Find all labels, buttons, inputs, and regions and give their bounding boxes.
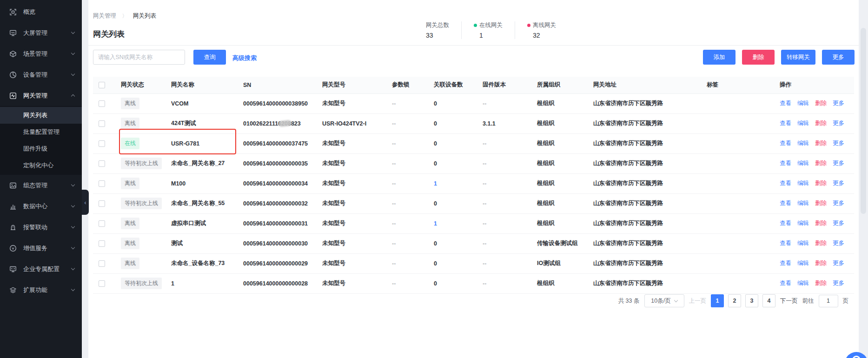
advanced-search-link[interactable]: 高级搜索 [232, 54, 257, 62]
sidebar-item-scene[interactable]: 场景管理 [0, 43, 82, 64]
delete-link[interactable]: 删除 [815, 240, 827, 246]
sidebar-subitem-firmware-upgrade[interactable]: 固件升级 [0, 140, 82, 157]
delete-link[interactable]: 删除 [815, 220, 827, 226]
view-link[interactable]: 查看 [780, 140, 791, 146]
delete-link[interactable]: 删除 [815, 120, 827, 126]
more-link[interactable]: 更多 [833, 260, 844, 266]
sidebar-item-screen[interactable]: 大屏管理 [0, 22, 82, 43]
more-link[interactable]: 更多 [833, 180, 844, 186]
sidebar-item-vas[interactable]: 增值服务 [0, 238, 82, 259]
more-link[interactable]: 更多 [833, 280, 844, 286]
page-button-3[interactable]: 3 [745, 294, 758, 307]
row-checkbox[interactable] [99, 160, 105, 167]
delete-link[interactable]: 删除 [815, 100, 827, 106]
toolbar-actions: 添加 删除 转移网关 更多 [703, 50, 855, 65]
device-count-value[interactable]: 1 [434, 220, 437, 227]
row-checkbox[interactable] [99, 240, 105, 247]
goto-page-input[interactable] [819, 295, 838, 307]
stat-online-value: 1 [474, 32, 503, 39]
row-checkbox[interactable] [99, 200, 105, 207]
goto-suffix: 页 [843, 297, 849, 305]
edit-link[interactable]: 编辑 [797, 120, 809, 126]
page-button-4[interactable]: 4 [762, 294, 775, 307]
view-link[interactable]: 查看 [780, 200, 791, 206]
firmware-value: -- [483, 220, 486, 227]
edit-link[interactable]: 编辑 [797, 200, 809, 206]
more-link[interactable]: 更多 [833, 220, 844, 226]
view-link[interactable]: 查看 [780, 240, 791, 246]
view-link[interactable]: 查看 [780, 260, 791, 266]
prev-page-button[interactable]: 上一页 [689, 297, 707, 305]
edit-link[interactable]: 编辑 [797, 280, 809, 286]
device-count-value[interactable]: 1 [434, 180, 437, 187]
page-button-2[interactable]: 2 [728, 294, 741, 307]
sidebar-item-config[interactable]: 组态管理 [0, 175, 82, 196]
more-link[interactable]: 更多 [833, 100, 844, 106]
delete-link[interactable]: 删除 [815, 260, 827, 266]
transfer-gateway-button[interactable]: 转移网关 [781, 50, 815, 65]
row-checkbox[interactable] [99, 100, 105, 107]
row-checkbox[interactable] [99, 140, 105, 147]
row-checkbox[interactable] [99, 120, 105, 127]
view-link[interactable]: 查看 [780, 160, 791, 166]
row-checkbox[interactable] [99, 220, 105, 227]
query-button[interactable]: 查询 [193, 50, 226, 65]
delete-link[interactable]: 删除 [815, 140, 827, 146]
view-link[interactable]: 查看 [780, 100, 791, 106]
breadcrumb-gateway-management[interactable]: 网关管理 [93, 13, 116, 19]
stat-online-text: 在线网关 [479, 21, 503, 29]
select-all-checkbox[interactable] [99, 82, 105, 88]
sidebar-item-gateway[interactable]: 网关管理 [0, 85, 82, 106]
edit-link[interactable]: 编辑 [797, 260, 809, 266]
next-page-button[interactable]: 下一页 [780, 297, 798, 305]
edit-link[interactable]: 编辑 [797, 160, 809, 166]
firmware-value: -- [483, 200, 486, 207]
sidebar-item-overview[interactable]: 概览 [0, 1, 82, 22]
view-link[interactable]: 查看 [780, 280, 791, 286]
sidebar-subitem-gateway-list[interactable]: 网关列表 [0, 107, 82, 124]
cell-name: 424T测试 [171, 113, 243, 133]
delete-button[interactable]: 删除 [742, 50, 775, 65]
row-checkbox[interactable] [99, 260, 105, 267]
edit-link[interactable]: 编辑 [797, 180, 809, 186]
edit-link[interactable]: 编辑 [797, 140, 809, 146]
delete-link[interactable]: 删除 [815, 160, 827, 166]
edit-link[interactable]: 编辑 [797, 220, 809, 226]
cell-name: 虚拟串口测试 [171, 213, 243, 233]
add-button[interactable]: 添加 [703, 50, 735, 65]
more-link[interactable]: 更多 [833, 240, 844, 246]
row-checkbox[interactable] [99, 180, 105, 187]
sidebar-subitem-custom-center[interactable]: 定制化中心 [0, 157, 82, 174]
status-badge: 离线 [121, 218, 139, 229]
delete-link[interactable]: 删除 [815, 200, 827, 206]
more-link[interactable]: 更多 [833, 120, 844, 126]
sidebar-item-device[interactable]: 设备管理 [0, 64, 82, 85]
search-input[interactable] [93, 50, 185, 65]
more-link[interactable]: 更多 [833, 160, 844, 166]
more-link[interactable]: 更多 [833, 140, 844, 146]
sidebar-subitem-batch-config[interactable]: 批量配置管理 [0, 124, 82, 140]
delete-link[interactable]: 删除 [815, 180, 827, 186]
sidebar-collapse-toggle[interactable]: ‹ [82, 190, 89, 215]
cell-device-count: 0 [434, 253, 483, 273]
sidebar-item-alarm[interactable]: 报警联动 [0, 217, 82, 238]
more-button[interactable]: 更多 [822, 50, 855, 65]
more-link[interactable]: 更多 [833, 200, 844, 206]
table-row: 等待初次上线未命名_网关名称_2700059614000000000035未知型… [93, 153, 854, 173]
row-checkbox[interactable] [99, 280, 105, 287]
edit-link[interactable]: 编辑 [797, 240, 809, 246]
view-link[interactable]: 查看 [780, 220, 791, 226]
sidebar-item-enterprise[interactable]: 企业专属配置 [0, 259, 82, 279]
view-link[interactable]: 查看 [780, 120, 791, 126]
delete-link[interactable]: 删除 [815, 280, 827, 286]
layers-icon [9, 286, 17, 294]
sidebar-item-data-center[interactable]: 数据中心 [0, 196, 82, 217]
edit-link[interactable]: 编辑 [797, 100, 809, 106]
view-link[interactable]: 查看 [780, 180, 791, 186]
cell-device-count: 0 [434, 93, 483, 113]
status-badge: 离线 [121, 118, 139, 129]
vertical-scrollbar[interactable] [861, 28, 866, 214]
page-size-select[interactable]: 10条/页 [644, 294, 684, 307]
sidebar-item-extension[interactable]: 扩展功能 [0, 279, 82, 300]
page-button-1[interactable]: 1 [711, 294, 724, 307]
